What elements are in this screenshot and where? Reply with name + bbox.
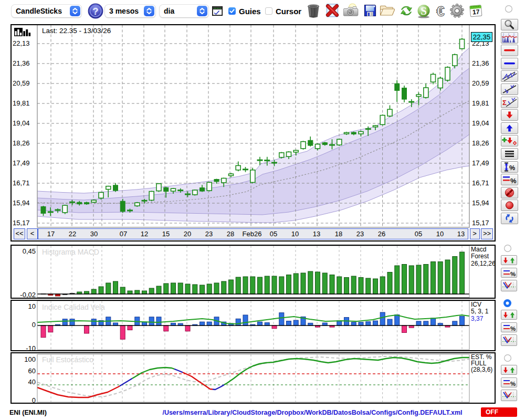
svg-text:Σ: Σ xyxy=(502,98,507,106)
svg-text:%: % xyxy=(510,271,516,277)
svg-text:%: % xyxy=(510,326,516,331)
svg-text:%: % xyxy=(510,381,516,386)
svg-text:17: 17 xyxy=(472,8,480,16)
svg-text:%: % xyxy=(509,164,515,172)
svg-text:?: ? xyxy=(92,6,98,17)
svg-text:S: S xyxy=(421,5,427,17)
svg-text:€: € xyxy=(436,4,445,18)
svg-text:%: % xyxy=(510,177,517,185)
